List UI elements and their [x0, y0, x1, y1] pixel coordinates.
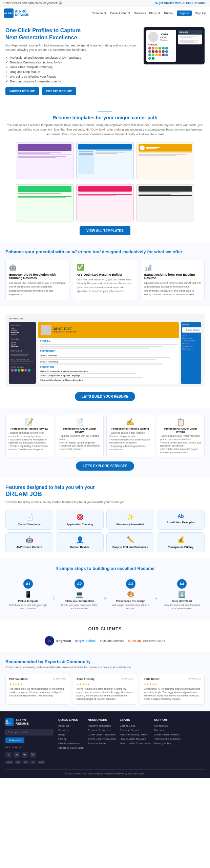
- copyright-text: © 2024 AI PRO RESUME. All Rights Reserve…: [65, 772, 145, 775]
- steps-section: 4 simple steps to building an excellent …: [0, 559, 210, 620]
- payment-icons: VISA MC PP Str AMX: [5, 761, 53, 764]
- review-text-2: AI Pro Resume is a game changer! Craftin…: [77, 687, 134, 701]
- review-card-1: PKT Solutions 12 Nov 2024 ★★★★★ The resu…: [5, 674, 70, 704]
- footer-link-cover-resources[interactable]: Cover Letter Resources: [88, 737, 116, 741]
- footer-link-contact[interactable]: Contact Us: [154, 724, 180, 727]
- facebook-icon[interactable]: f: [5, 752, 12, 758]
- step-icon-2: 💻: [59, 591, 100, 598]
- templates-section: Resume templates for your unique career …: [0, 102, 210, 242]
- template-card-5[interactable]: [76, 184, 134, 221]
- import-resume-button[interactable]: IMPORT RESUME: [5, 87, 39, 95]
- nav-signin[interactable]: Sign In: [177, 11, 192, 16]
- pricing-icon: 💰: [161, 536, 201, 544]
- template-card-2[interactable]: [76, 142, 134, 179]
- step-arrow-3: ›: [155, 576, 157, 613]
- footer-link-privacy[interactable]: Privacy Policy: [154, 742, 180, 745]
- nav-services[interactable]: Services: [134, 12, 146, 15]
- nav-coverletter[interactable]: Cover Letter ▼: [110, 12, 131, 15]
- services-section: 📝 Professional Resume Review • Specific …: [0, 408, 210, 477]
- amex-icon: AMX: [38, 761, 45, 764]
- nav-blogs[interactable]: Blogs ▼: [149, 12, 161, 15]
- client-logo-1: A BrightStar: [45, 636, 71, 646]
- template-card-3[interactable]: [136, 142, 194, 179]
- footer-link-resume-writing[interactable]: Resume Writing (Fresh): [120, 733, 151, 736]
- feature-pricing: 💰 Transparent Pricing: [157, 532, 205, 552]
- twitter-icon[interactable]: 🐦: [22, 752, 28, 758]
- create-section-btn[interactable]: + Create Section: [182, 327, 202, 333]
- service-point-3-3: • Displaying outstanding academic contri…: [109, 445, 146, 451]
- feature-item: Professional and Modern templates of CV …: [5, 56, 138, 59]
- builder-preview: My Resume Font Style Lato Roboto Poppins…: [5, 314, 205, 387]
- feature-ai-content: 🤖 AI-Powered Content: [5, 532, 53, 552]
- step-2: A2 💻 Fill in your information Create you…: [57, 576, 102, 613]
- footer-link-services[interactable]: Services: [58, 729, 84, 732]
- nav-signup[interactable]: Sign Up: [195, 12, 206, 15]
- client-logo-3: True Job Services: [100, 639, 124, 643]
- footer-link-resume-templates[interactable]: Resume Templates: [88, 724, 116, 727]
- feature-item: Win coins by referring your friends: [5, 75, 138, 78]
- footer-link-blogs[interactable]: Blogs: [58, 733, 84, 736]
- service-card-cover-writing: 📋 Professional Cover Letter Writing • Cu…: [157, 415, 205, 457]
- footer-links: QUICK LINKS About Us Services Blogs Pric…: [58, 718, 205, 764]
- nav-resume[interactable]: Resume ▼: [91, 12, 107, 15]
- feature-card-title-1: Tested Templates: [9, 523, 49, 526]
- service-title-4: Professional Cover Letter Writing: [160, 427, 202, 433]
- explore-services-button[interactable]: LET'S EXPLORE SERVICES: [76, 461, 134, 471]
- footer-subscribe-button[interactable]: Subscribe: [5, 737, 24, 743]
- footer-email-input[interactable]: [5, 729, 53, 735]
- footer-link-how-resume[interactable]: How to Write Resume: [120, 737, 151, 741]
- step-desc-1: Select a resume that suits your style an…: [8, 604, 48, 610]
- template-card-6[interactable]: [136, 184, 194, 221]
- footer-link-create-cover[interactable]: Create a Cover Letter: [58, 746, 84, 749]
- footer-link-resume-parser[interactable]: Resume Parser: [88, 742, 116, 745]
- footer-link-cover-fresh[interactable]: Cover Letter (Fresh): [154, 733, 180, 736]
- service-point-1-3: • Create a captivating first impression …: [8, 445, 48, 451]
- template-card-1[interactable]: [16, 142, 74, 179]
- footer-col-title-4: SUPPORT: [154, 718, 180, 722]
- footer-link-terms[interactable]: Terms and Conditions: [154, 737, 180, 741]
- linkedin-icon[interactable]: in: [14, 752, 20, 758]
- main-resume-preview: JANE DOE SPEECH THERAPIST PROFILE EXPERI…: [38, 322, 179, 384]
- easy-edit-icon: ✏️: [110, 536, 150, 544]
- step-icon-1: 📱: [8, 591, 48, 598]
- footer-link-create-resume[interactable]: Create a Resume: [58, 742, 84, 745]
- step-icon-4: ⬇️: [162, 591, 202, 598]
- top-bar: Refer friends and earn coins for yoursel…: [0, 0, 210, 6]
- mastercard-icon: MC: [15, 761, 21, 764]
- footer-link-resume-examples[interactable]: Resume Examples: [88, 729, 116, 732]
- nav-pricing[interactable]: Pricing: [164, 12, 173, 15]
- reviews-title: Recommended by Experts & Community: [5, 659, 205, 664]
- view-all-templates-button[interactable]: VIEW ALL TEMPLATES: [80, 226, 130, 235]
- instagram-icon[interactable]: 📷: [30, 752, 36, 758]
- templates-grid-2: [5, 184, 205, 221]
- create-resume-button[interactable]: CREATE RESUME: [42, 87, 76, 95]
- footer-link-how-cover[interactable]: How to Write Cover Letter: [120, 742, 151, 745]
- feature-human-review: 👤 Human Review: [56, 532, 104, 552]
- enhance-card-ai-desc: Let our AI Pro Resume assist you in crea…: [9, 281, 66, 296]
- templates-title: Resume templates for your unique career …: [5, 115, 205, 120]
- footer-link-careers[interactable]: Careers: [154, 729, 180, 732]
- color-palette: [148, 47, 169, 60]
- enhance-card-extract-title: Extract Insights from Your Existing Resu…: [144, 273, 201, 280]
- resume-editor: Font Style Lato Roboto Poppins Medium Fo…: [9, 322, 201, 384]
- footer-link-pricing[interactable]: Pricing: [58, 737, 84, 741]
- build-resume-button[interactable]: LET'S BUILD YOUR RESUME: [75, 392, 135, 401]
- hero-preview: JOHN DOE Position COLOR: [144, 27, 205, 64]
- footer-link-cover-templates[interactable]: Cover Letter Templates: [88, 733, 116, 736]
- footer-col-learn: LEARN Career Blogs Resume Format Resume …: [120, 718, 151, 764]
- template-card-4[interactable]: [16, 184, 74, 221]
- step-3: A3 🎨 Personalize the design Add unique d…: [108, 576, 153, 613]
- feature-list: Professional and Modern templates of CV …: [5, 56, 138, 83]
- ats-icon: ✅: [77, 263, 133, 271]
- top-bar-cta[interactable]: To get Started with AI PRO RESUME: [154, 1, 207, 5]
- footer-link-career-blogs[interactable]: Career Blogs: [120, 724, 151, 727]
- footer-link-resume-format[interactable]: Resume Format: [120, 729, 151, 732]
- step-1: A1 📱 Pick a Template Select a resume tha…: [5, 576, 51, 613]
- follow-us-label: FOLLOW US: [5, 746, 53, 749]
- feature-item: Discount coupons for repeated clients: [5, 80, 138, 83]
- top-bar-message: Refer friends and earn coins for yoursel…: [3, 1, 62, 5]
- footer-link-about[interactable]: About Us: [58, 724, 84, 727]
- resume-review-icon: 📝: [8, 418, 50, 426]
- resume-avatar: [148, 32, 158, 42]
- reviews-section: Recommended by Experts & Community Commu…: [0, 652, 210, 711]
